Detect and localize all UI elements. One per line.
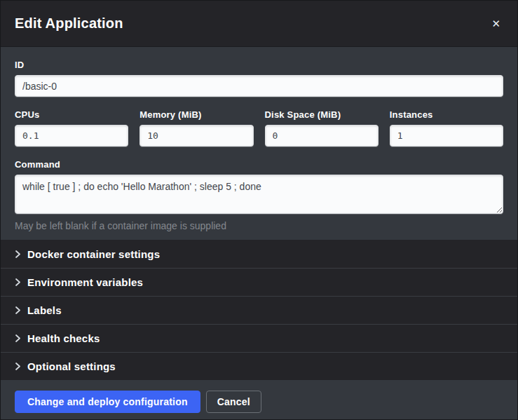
command-textarea[interactable]: while [ true ] ; do echo 'Hello Marathon…: [15, 175, 503, 214]
close-icon[interactable]: ✕: [489, 15, 503, 32]
section-label: Docker container settings: [27, 248, 160, 260]
id-label: ID: [15, 60, 503, 70]
section-environment-variables[interactable]: Environment variables: [1, 268, 517, 296]
command-label: Command: [15, 159, 503, 170]
section-optional-settings[interactable]: Optional settings: [1, 352, 517, 380]
cpus-label: CPUs: [15, 109, 128, 120]
cancel-button[interactable]: Cancel: [206, 391, 261, 413]
chevron-right-icon: [15, 250, 21, 259]
cpus-input[interactable]: [15, 125, 128, 147]
instances-label: Instances: [390, 109, 503, 120]
disk-field-group: Disk Space (MiB): [265, 109, 379, 147]
memory-label: Memory (MiB): [139, 109, 253, 120]
modal-title: Edit Application: [15, 15, 123, 32]
disk-input[interactable]: [265, 125, 379, 147]
resources-row: CPUs Memory (MiB) Disk Space (MiB) Insta…: [15, 109, 503, 147]
section-label: Labels: [27, 304, 62, 316]
cpus-field-group: CPUs: [15, 109, 128, 147]
id-field-group: ID: [15, 60, 503, 97]
chevron-right-icon: [15, 334, 21, 343]
change-and-deploy-button[interactable]: Change and deploy configuration: [15, 391, 200, 413]
command-helper-text: May be left blank if a container image i…: [15, 220, 503, 231]
section-health-checks[interactable]: Health checks: [1, 324, 517, 352]
section-label: Health checks: [27, 332, 100, 344]
application-form: ID CPUs Memory (MiB) Disk Space (MiB) In…: [1, 47, 517, 240]
section-label: Optional settings: [27, 360, 116, 372]
section-label: Environment variables: [27, 276, 143, 288]
memory-field-group: Memory (MiB): [139, 109, 253, 147]
chevron-right-icon: [15, 306, 21, 315]
modal-footer: Change and deploy configuration Cancel: [1, 380, 517, 420]
edit-application-modal: Edit Application ✕ ID CPUs Memory (MiB) …: [0, 0, 518, 420]
command-field-group: Command while [ true ] ; do echo 'Hello …: [15, 159, 503, 231]
instances-field-group: Instances: [390, 109, 503, 147]
disk-label: Disk Space (MiB): [265, 109, 379, 120]
modal-header: Edit Application ✕: [1, 1, 517, 47]
chevron-right-icon: [15, 362, 21, 371]
section-labels[interactable]: Labels: [1, 296, 517, 324]
id-input[interactable]: [15, 75, 503, 97]
section-docker-container-settings[interactable]: Docker container settings: [1, 240, 517, 268]
memory-input[interactable]: [139, 125, 253, 147]
chevron-right-icon: [15, 278, 21, 287]
collapsible-sections: Docker container settings Environment va…: [1, 240, 517, 380]
instances-input[interactable]: [390, 125, 503, 147]
